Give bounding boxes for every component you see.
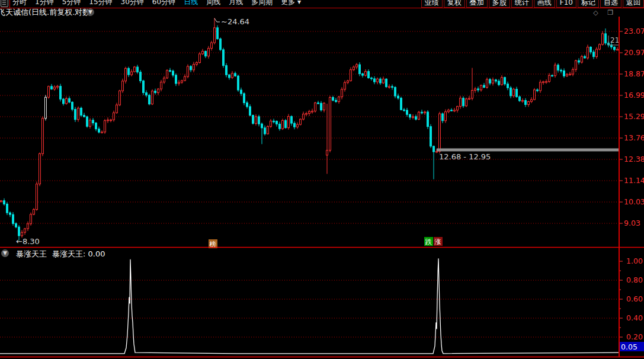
indicator-axis: 1.000.800.600.400.200.05 [619,257,644,351]
frame-lines [0,17,644,357]
main-candles [1,18,619,241]
indicator-line-group [0,258,619,354]
price-tick-label: 15.29 [624,112,644,121]
main-grid [0,31,619,223]
indicator-grid [0,280,619,337]
chart-canvas[interactable]: ~24.64←8.3012.68 - 12.9521榜跌涨 23.0720.97… [0,0,644,359]
low-price-annotation: ←8.30 [16,237,40,246]
main-axis: 23.0720.9718.8716.9915.2913.7612.3811.14… [619,27,644,227]
price-tick-label: 9.03 [624,219,640,227]
price-tick-label: 10.03 [624,197,644,206]
price-tick-label: 23.07 [624,27,644,36]
price-tick-label: 13.76 [624,133,644,142]
indicator-signal-line [0,258,619,354]
edge-price-marker: 21 [610,36,619,44]
price-tick-label: 18.87 [624,69,644,78]
high-price-annotation: ~24.64 [221,17,249,26]
indicator-tick-label: 0.20 [626,332,643,341]
price-tick-label: 20.97 [624,48,644,57]
price-tick-label: 11.14 [624,176,644,185]
indicator-current-value: 0.05 [621,342,637,351]
indicator-name[interactable]: 暴涨天王 [16,249,47,259]
indicator-tick-label: 0.60 [626,294,643,303]
indicator-chevron-icon[interactable]: ▼ [1,249,9,257]
indicator-tick-label: 0.40 [626,313,643,322]
main-annotations: ~24.64←8.3012.68 - 12.9521榜跌涨 [16,17,619,248]
chart-badge-label[interactable]: 跌 [425,238,432,246]
price-tick-label: 16.99 [624,91,644,100]
chart-badge-label[interactable]: 涨 [435,238,441,246]
app-window: 分时1分钟5分钟15分钟30分钟60分钟日线周线月线多周期更多 ▾ 业绩复权叠加… [0,0,644,359]
price-band[interactable] [437,148,619,151]
indicator-tick-label: 0.80 [626,275,643,284]
price-band-label: 12.68 - 12.95 [439,152,491,161]
price-tick-label: 12.38 [624,155,644,164]
indicator-value: 暴涨天王: 0.00 [52,249,105,259]
indicator-tick-label: 1.00 [626,257,643,265]
